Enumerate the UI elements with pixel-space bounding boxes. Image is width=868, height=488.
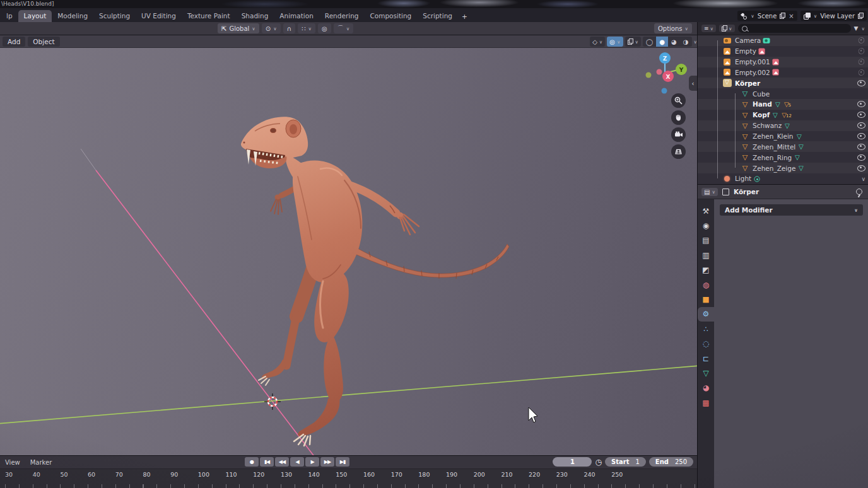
outliner-row[interactable]: Empty.002: [698, 67, 868, 78]
outliner-display-mode-dropdown[interactable]: ≡∨: [701, 25, 716, 32]
hide-viewport-eye-icon[interactable]: [857, 144, 865, 150]
outliner-row[interactable]: Kopf 12: [698, 110, 868, 120]
add-modifier-button[interactable]: Add Modifier ∨: [720, 204, 863, 216]
shading-wireframe[interactable]: ◯: [643, 37, 656, 47]
workspace-tab[interactable]: Compositing: [364, 10, 417, 22]
outliner-row[interactable]: Light: [698, 173, 868, 184]
outliner-row[interactable]: Hand 5: [698, 99, 868, 110]
tab-render[interactable]: ◉: [698, 218, 714, 233]
tab-object[interactable]: ■: [698, 292, 714, 306]
hide-viewport-eye-icon[interactable]: [857, 112, 865, 118]
shading-solid[interactable]: ●: [656, 37, 668, 47]
camera-view-button[interactable]: [671, 127, 686, 142]
jump-to-start-button[interactable]: ▮◀: [260, 457, 274, 467]
scene-selector[interactable]: ∨ Scene ×: [737, 11, 797, 21]
prev-keyframe-button[interactable]: ◀◀: [275, 457, 289, 467]
tab-tool[interactable]: ⚒: [698, 204, 714, 218]
pivot-point-dropdown[interactable]: ⊙∨: [262, 23, 281, 33]
workspace-tab[interactable]: Sculpting: [93, 10, 136, 22]
transform-orientation-dropdown[interactable]: ⇱ Global∨: [218, 23, 259, 33]
sidebar-toggle[interactable]: [689, 76, 697, 91]
3d-viewport[interactable]: Z Y X: [0, 48, 697, 455]
hide-viewport-eye-icon[interactable]: [857, 154, 865, 161]
hide-viewport-eye-icon[interactable]: [857, 37, 865, 45]
tab-constraints[interactable]: ⊏: [698, 351, 714, 366]
outliner-row[interactable]: Zehen_Zeige: [698, 163, 868, 173]
tab-view-layer[interactable]: ▥: [698, 248, 714, 262]
tab-modifiers[interactable]: ⚙: [698, 307, 714, 322]
viewport-menu[interactable]: Object: [28, 37, 59, 47]
chevron-down-icon[interactable]: ∨: [862, 26, 865, 32]
play-button[interactable]: ▶: [305, 457, 319, 467]
hide-viewport-eye-icon[interactable]: [857, 47, 865, 55]
end-frame-field[interactable]: End250: [649, 457, 693, 467]
gizmo-axis-neg[interactable]: [662, 88, 667, 94]
chevron-down-icon[interactable]: [861, 175, 865, 182]
workspace-tab[interactable]: Scripting: [417, 10, 458, 22]
tab-object-data[interactable]: ▽: [698, 366, 714, 380]
workspace-tab[interactable]: lp: [1, 10, 18, 22]
gizmo-axis-neg[interactable]: [646, 73, 652, 78]
auto-keyframe-button[interactable]: ●: [245, 457, 259, 467]
snap-toggle[interactable]: ∩: [283, 23, 295, 33]
new-scene-icon[interactable]: [780, 13, 785, 19]
tab-world[interactable]: ◍: [698, 277, 714, 292]
hide-viewport-eye-icon[interactable]: [857, 122, 865, 129]
workspace-tab[interactable]: Texture Paint: [182, 10, 236, 22]
hide-viewport-eye-icon[interactable]: [857, 101, 865, 107]
zoom-button[interactable]: [671, 93, 686, 108]
stopwatch-icon[interactable]: ◷: [595, 458, 601, 466]
tab-scene[interactable]: ◩: [698, 263, 714, 277]
hide-viewport-eye-icon[interactable]: [857, 68, 865, 76]
start-frame-field[interactable]: Start1: [605, 457, 646, 467]
gizmo-axis-neg[interactable]: [657, 69, 662, 75]
hide-viewport-eye-icon[interactable]: [857, 80, 865, 86]
outliner-row[interactable]: Empty.001: [698, 57, 868, 67]
outliner-row[interactable]: Körper: [698, 78, 868, 88]
snap-target-dropdown[interactable]: ∷∨: [298, 23, 315, 33]
outliner-row[interactable]: Zehen_Ring: [698, 152, 868, 163]
tab-particles[interactable]: ∴: [698, 322, 714, 336]
workspace-tab[interactable]: Rendering: [319, 10, 365, 22]
outliner-row[interactable]: Cube: [698, 88, 868, 99]
next-keyframe-button[interactable]: ▶▶: [320, 457, 334, 467]
workspace-tab[interactable]: Animation: [274, 10, 319, 22]
navigation-gizmo[interactable]: Z Y X: [642, 50, 691, 97]
current-frame-field[interactable]: 1: [553, 457, 592, 467]
outliner-scope-dropdown[interactable]: ∨: [719, 25, 735, 32]
viewport-menu[interactable]: Add: [3, 37, 25, 47]
hide-viewport-eye-icon[interactable]: [857, 58, 865, 66]
proportional-editing-toggle[interactable]: ◎: [318, 23, 331, 33]
show-overlays-dropdown[interactable]: ◎∨: [607, 37, 623, 47]
tab-output[interactable]: ▤: [698, 233, 714, 248]
outliner-row[interactable]: Schwanz: [698, 120, 868, 131]
outliner-row[interactable]: Zehen_Mittel: [698, 141, 868, 152]
editor-type-dropdown[interactable]: ▤∨: [701, 188, 718, 196]
workspace-tab[interactable]: UV Editing: [136, 10, 182, 22]
tab-material[interactable]: ◕: [698, 381, 714, 395]
outliner-search[interactable]: [738, 24, 851, 33]
show-gizmo-dropdown[interactable]: ◇∨: [590, 37, 605, 47]
new-view-layer-icon[interactable]: [858, 13, 864, 19]
close-icon[interactable]: ×: [789, 13, 794, 20]
xray-toggle[interactable]: ∨: [625, 37, 642, 47]
workspace-tab[interactable]: Layout: [18, 10, 52, 22]
timeline-menu[interactable]: View: [5, 459, 20, 466]
view-layer-selector[interactable]: ∨ View Layer: [801, 11, 867, 21]
hide-viewport-eye-icon[interactable]: [857, 165, 865, 171]
outliner-row[interactable]: Empty: [698, 46, 868, 57]
play-reverse-button[interactable]: ◀: [290, 457, 304, 467]
timeline-ruler[interactable]: 30 40 50 60 70 80 90 100 110: [0, 468, 697, 488]
shading-rendered[interactable]: ◑: [680, 37, 692, 47]
hide-viewport-eye-icon[interactable]: [857, 133, 865, 139]
jump-to-end-button[interactable]: ▶▮: [336, 457, 349, 467]
workspace-tab[interactable]: Modeling: [52, 10, 93, 22]
timeline-menu[interactable]: Marker: [30, 459, 52, 466]
search-input[interactable]: [751, 25, 847, 33]
pin-icon[interactable]: [856, 189, 862, 195]
proportional-falloff-dropdown[interactable]: ⌒∨: [334, 23, 354, 33]
options-dropdown[interactable]: Options∨: [654, 23, 692, 33]
workspace-tab[interactable]: Shading: [236, 10, 274, 22]
pan-hand-button[interactable]: [671, 110, 686, 125]
window-title-bar[interactable]: \Heads\V10.blend]: [0, 0, 868, 8]
